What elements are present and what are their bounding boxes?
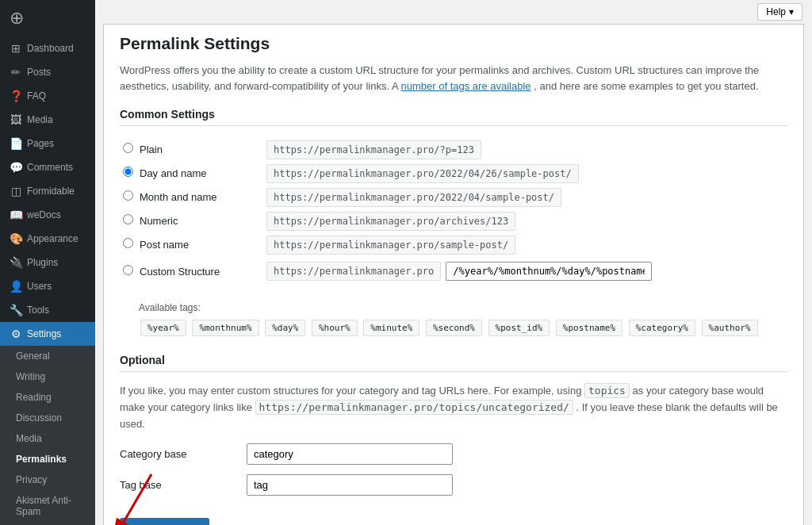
sidebar-label-comments: Comments	[27, 162, 73, 173]
radio-numeric[interactable]	[123, 214, 133, 224]
sidebar-sub-reading[interactable]: Reading	[0, 387, 95, 408]
wedocs-icon: 📖	[10, 209, 22, 221]
sidebar-item-comments[interactable]: 💬 Comments	[0, 155, 95, 179]
sidebar-sub-general[interactable]: General	[0, 346, 95, 366]
pages-icon: 📄	[10, 137, 22, 150]
settings-submenu: General Writing Reading Discussion Media…	[0, 346, 95, 525]
tag-base-input[interactable]	[247, 474, 453, 496]
example-url-code: https://permalinkmanager.pro/topics/unca…	[255, 400, 573, 415]
sidebar-label-plugins: Plugins	[27, 257, 58, 268]
optional-title: Optional	[120, 354, 787, 372]
table-row: Day and name https://permalinkmanager.pr…	[120, 161, 787, 185]
tag-minute[interactable]: %minute%	[363, 320, 419, 336]
radio-postname[interactable]	[123, 238, 133, 248]
sidebar-label-users: Users	[27, 281, 52, 292]
sidebar-label-wedocs: weDocs	[27, 209, 61, 220]
sidebar-item-posts[interactable]: ✏ Posts	[0, 60, 95, 84]
category-base-row: Category base	[120, 443, 787, 465]
main-content: Help ▾ Permalink Settings WordPress offe…	[95, 0, 812, 525]
intro-text-end: , and here are some examples to get you …	[534, 80, 758, 92]
label-day: Day and name	[136, 161, 263, 185]
sidebar-sub-writing[interactable]: Writing	[0, 366, 95, 387]
custom-structure-row: https://permalinkmanager.pro	[266, 262, 784, 281]
label-postname: Post name	[136, 232, 263, 256]
sidebar-item-faq[interactable]: ❓ FAQ	[0, 84, 95, 108]
category-base-input[interactable]	[247, 443, 453, 465]
formidable-icon: ◫	[10, 185, 22, 197]
sidebar-sub-bbq[interactable]: BBQ Firewall	[0, 522, 95, 525]
appearance-icon: 🎨	[10, 232, 22, 245]
settings-content: Permalink Settings WordPress offers you …	[103, 24, 804, 525]
sidebar-item-wedocs[interactable]: 📖 weDocs	[0, 203, 95, 227]
tag-postname[interactable]: %postname%	[556, 320, 622, 336]
save-changes-button[interactable]: Save Changes	[120, 518, 209, 525]
label-numeric: Numeric	[136, 209, 263, 232]
tag-base-label: Tag base	[120, 479, 247, 491]
url-month: https://permalinkmanager.pro/2022/04/sam…	[266, 188, 561, 207]
posts-icon: ✏	[10, 66, 22, 79]
table-row: Month and name https://permalinkmanager.…	[120, 185, 787, 209]
sidebar-label-tools: Tools	[27, 305, 49, 316]
label-plain: Plain	[136, 137, 263, 161]
custom-structure-input[interactable]	[446, 262, 652, 281]
topbar: Help ▾	[95, 0, 812, 24]
permalink-options-table: Plain https://permalinkmanager.pro/?p=12…	[120, 137, 787, 286]
common-settings-title: Common Settings	[120, 108, 787, 126]
sidebar-sub-discussion[interactable]: Discussion	[0, 408, 95, 428]
table-row: Custom Structure https://permalinkmanage…	[120, 256, 787, 286]
faq-icon: ❓	[10, 90, 22, 102]
sidebar-item-pages[interactable]: 📄 Pages	[0, 132, 95, 155]
help-button[interactable]: Help ▾	[757, 3, 802, 21]
sidebar-label-posts: Posts	[27, 67, 51, 78]
comments-icon: 💬	[10, 161, 22, 174]
sidebar-label-settings: Settings	[27, 328, 61, 339]
tag-category[interactable]: %category%	[629, 320, 695, 336]
page-title: Permalink Settings	[120, 34, 787, 53]
radio-month[interactable]	[123, 190, 133, 201]
sidebar-item-media[interactable]: 🖼 Media	[0, 108, 95, 132]
sidebar-label-media: Media	[27, 114, 53, 125]
settings-icon: ⚙	[10, 328, 22, 340]
users-icon: 👤	[10, 280, 22, 293]
tag-post-id[interactable]: %post_id%	[488, 320, 550, 336]
sidebar-label-faq: FAQ	[27, 90, 46, 102]
sidebar-item-tools[interactable]: 🔧 Tools	[0, 298, 95, 322]
url-plain: https://permalinkmanager.pro/?p=123	[266, 140, 481, 159]
help-label: Help	[766, 6, 786, 17]
tags-link[interactable]: number of tags are available	[401, 80, 531, 92]
sidebar-item-dashboard[interactable]: ⊞ Dashboard	[0, 36, 95, 60]
custom-url-prefix: https://permalinkmanager.pro	[266, 262, 441, 281]
sidebar-item-plugins[interactable]: 🔌 Plugins	[0, 251, 95, 274]
tag-author[interactable]: %author%	[702, 320, 758, 336]
tag-day[interactable]: %day%	[265, 320, 305, 336]
available-tags-label: Available tags:	[139, 302, 787, 313]
sidebar-label-pages: Pages	[27, 138, 54, 149]
sidebar-sub-akismet[interactable]: Akismet Anti-Spam	[0, 490, 95, 522]
sidebar-label-appearance: Appearance	[27, 233, 79, 244]
sidebar-sub-media[interactable]: Media	[0, 428, 95, 449]
sidebar-item-appearance[interactable]: 🎨 Appearance	[0, 227, 95, 251]
sidebar-item-formidable[interactable]: ◫ Formidable	[0, 179, 95, 203]
sidebar-label-formidable: Formidable	[27, 186, 75, 197]
radio-custom[interactable]	[123, 265, 133, 275]
table-row: Post name https://permalinkmanager.pro/s…	[120, 232, 787, 256]
save-section: Save Changes	[120, 518, 209, 525]
table-row: Numeric https://permalinkmanager.pro/arc…	[120, 209, 787, 232]
wp-logo: ⊕	[0, 0, 95, 36]
radio-plain[interactable]	[123, 143, 133, 153]
url-postname: https://permalinkmanager.pro/sample-post…	[266, 236, 515, 255]
sidebar-item-settings[interactable]: ⚙ Settings	[0, 322, 95, 346]
radio-day[interactable]	[123, 167, 133, 177]
tag-monthnum[interactable]: %monthnum%	[192, 320, 259, 336]
tag-hour[interactable]: %hour%	[312, 320, 358, 336]
tag-second[interactable]: %second%	[426, 320, 482, 336]
sidebar-sub-permalinks[interactable]: Permalinks	[0, 449, 95, 469]
dashboard-icon: ⊞	[10, 42, 22, 55]
tag-year[interactable]: %year%	[140, 320, 186, 336]
label-custom: Custom Structure	[136, 256, 263, 286]
sidebar-sub-privacy[interactable]: Privacy	[0, 469, 95, 490]
sidebar-item-users[interactable]: 👤 Users	[0, 274, 95, 298]
table-row: Plain https://permalinkmanager.pro/?p=12…	[120, 137, 787, 161]
url-numeric: https://permalinkmanager.pro/archives/12…	[266, 212, 515, 231]
plugins-icon: 🔌	[10, 256, 22, 269]
